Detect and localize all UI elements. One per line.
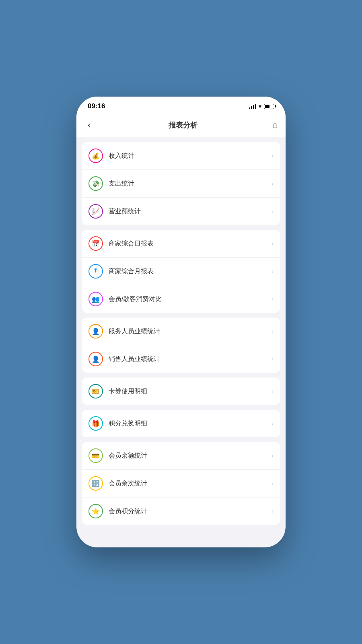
menu-icon-income: 💰	[88, 149, 103, 163]
menu-icon-sales_staff: 👤	[88, 352, 103, 366]
status-bar: 09:16 ▾	[76, 97, 286, 114]
menu-icon-member_compare: 👥	[88, 292, 103, 306]
back-button[interactable]: ‹	[84, 118, 94, 132]
menu-icon-member_points: ⭐	[88, 504, 103, 518]
menu-item-member_times[interactable]: 🔢会员余次统计›	[82, 470, 280, 497]
phone-frame: 09:16 ▾ ‹ 报表分析 ⌂ 💰收入统计›💸支出统计›📈营业额统计›📅商家综…	[76, 97, 286, 547]
menu-item-points_exchange[interactable]: 🎁积分兑换明细›	[82, 410, 280, 437]
status-time: 09:16	[88, 102, 105, 110]
menu-item-card_detail[interactable]: 🎫卡券使用明细›	[82, 378, 280, 405]
menu-item-member_compare[interactable]: 👥会员/散客消费对比›	[82, 285, 280, 313]
menu-icon-member_times: 🔢	[88, 476, 103, 491]
menu-item-sales_staff[interactable]: 👤销售人员业绩统计›	[82, 345, 280, 373]
menu-group-group6: 💳会员余额统计›🔢会员余次统计›⭐会员积分统计›	[82, 442, 280, 525]
menu-label-monthly: 商家综合月报表	[109, 267, 272, 276]
menu-item-service_staff[interactable]: 👤服务人员业绩统计›	[82, 318, 280, 345]
menu-icon-expense: 💸	[88, 176, 103, 191]
menu-label-revenue: 营业额统计	[109, 207, 272, 216]
chevron-icon: ›	[272, 268, 274, 275]
nav-bar: ‹ 报表分析 ⌂	[76, 114, 286, 137]
chevron-icon: ›	[272, 480, 274, 487]
home-button[interactable]: ⌂	[272, 120, 278, 130]
chevron-icon: ›	[272, 508, 274, 515]
menu-icon-daily: 📅	[88, 236, 103, 251]
chevron-icon: ›	[272, 420, 274, 427]
menu-label-sales_staff: 销售人员业绩统计	[109, 355, 272, 363]
chevron-icon: ›	[272, 240, 274, 247]
menu-group-group1: 💰收入统计›💸支出统计›📈营业额统计›	[82, 142, 280, 225]
menu-group-group3: 👤服务人员业绩统计›👤销售人员业绩统计›	[82, 318, 280, 373]
menu-label-member_points: 会员积分统计	[109, 507, 272, 516]
menu-group-group5: 🎁积分兑换明细›	[82, 410, 280, 437]
status-icons: ▾	[249, 103, 274, 109]
menu-label-card_detail: 卡券使用明细	[109, 387, 272, 396]
menu-item-member_points[interactable]: ⭐会员积分统计›	[82, 497, 280, 525]
menu-item-daily[interactable]: 📅商家综合日报表›	[82, 230, 280, 258]
chevron-icon: ›	[272, 388, 274, 395]
menu-item-revenue[interactable]: 📈营业额统计›	[82, 198, 280, 225]
chevron-icon: ›	[272, 152, 274, 159]
menu-label-daily: 商家综合日报表	[109, 239, 272, 248]
menu-item-member_balance[interactable]: 💳会员余额统计›	[82, 442, 280, 470]
menu-item-expense[interactable]: 💸支出统计›	[82, 170, 280, 198]
menu-icon-card_detail: 🎫	[88, 384, 103, 398]
menu-label-member_times: 会员余次统计	[109, 479, 272, 488]
chevron-icon: ›	[272, 208, 274, 215]
menu-icon-monthly: 🗓	[88, 264, 103, 279]
menu-label-income: 收入统计	[109, 152, 272, 160]
chevron-icon: ›	[272, 355, 274, 363]
menu-icon-points_exchange: 🎁	[88, 416, 103, 431]
battery-icon	[264, 104, 274, 109]
menu-icon-revenue: 📈	[88, 204, 103, 219]
menu-group-group4: 🎫卡券使用明细›	[82, 378, 280, 405]
chevron-icon: ›	[272, 295, 274, 303]
menu-label-expense: 支出统计	[109, 180, 272, 188]
signal-icon	[249, 103, 256, 109]
menu-label-member_balance: 会员余额统计	[109, 452, 272, 460]
chevron-icon: ›	[272, 328, 274, 335]
menu-label-points_exchange: 积分兑换明细	[109, 419, 272, 428]
menu-icon-member_balance: 💳	[88, 448, 103, 463]
menu-item-income[interactable]: 💰收入统计›	[82, 142, 280, 170]
chevron-icon: ›	[272, 452, 274, 459]
menu-label-service_staff: 服务人员业绩统计	[109, 327, 272, 336]
menu-icon-service_staff: 👤	[88, 324, 103, 339]
menu-item-monthly[interactable]: 🗓商家综合月报表›	[82, 258, 280, 285]
chevron-icon: ›	[272, 180, 274, 187]
content-area: 💰收入统计›💸支出统计›📈营业额统计›📅商家综合日报表›🗓商家综合月报表›👥会员…	[76, 137, 286, 547]
page-title: 报表分析	[169, 120, 197, 130]
menu-group-group2: 📅商家综合日报表›🗓商家综合月报表›👥会员/散客消费对比›	[82, 230, 280, 313]
menu-label-member_compare: 会员/散客消费对比	[109, 295, 272, 303]
wifi-icon: ▾	[259, 103, 261, 109]
